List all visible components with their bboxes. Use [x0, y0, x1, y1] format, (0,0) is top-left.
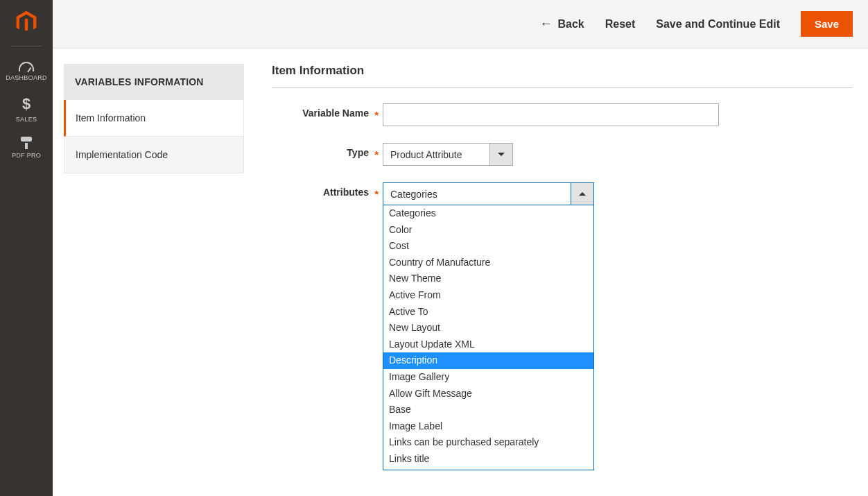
attributes-select-toggle[interactable]: [571, 182, 594, 205]
dropdown-option[interactable]: Allow Gift Message: [383, 386, 593, 402]
main-area: ← Back Reset Save and Continue Edit Save…: [53, 0, 868, 496]
sidebar-divider: [11, 46, 42, 46]
dropdown-option[interactable]: Image Gallery: [383, 369, 593, 386]
required-asterisk: *: [374, 109, 379, 121]
dropdown-option[interactable]: Cost: [383, 238, 593, 255]
dollar-icon: $: [22, 95, 31, 113]
admin-sidebar: DASHBOARD $ SALES PDF PRO: [0, 0, 53, 496]
sidebar-item-sales[interactable]: $ SALES: [0, 88, 53, 130]
label-attributes: Attributes *: [272, 182, 383, 198]
form-row-type: Type * Product Attribute: [272, 143, 853, 166]
page-header: ← Back Reset Save and Continue Edit Save: [53, 0, 868, 49]
reset-button[interactable]: Reset: [605, 18, 636, 31]
dropdown-option[interactable]: Categories: [383, 205, 593, 222]
magento-logo-icon: [14, 10, 39, 35]
form-area: Item Information Variable Name * Type *: [272, 64, 853, 222]
attributes-select-value: Categories: [383, 182, 571, 205]
form-row-attributes: Attributes * Categories CategoriesColorC…: [272, 182, 853, 205]
dropdown-option[interactable]: Links can be purchased separately: [383, 434, 593, 451]
back-button[interactable]: ← Back: [539, 17, 584, 31]
dropdown-option[interactable]: Description: [383, 352, 593, 369]
gauge-icon: [19, 62, 34, 71]
chevron-up-icon: [579, 192, 586, 196]
dropdown-option[interactable]: Links title: [383, 451, 593, 468]
sidebar-item-label: DASHBOARD: [6, 74, 47, 81]
attributes-dropdown-list[interactable]: CategoriesColorCostCountry of Manufactur…: [383, 205, 594, 470]
attributes-select[interactable]: Categories: [383, 182, 594, 205]
dropdown-option[interactable]: Base: [383, 402, 593, 418]
sidebar-item-label: PDF PRO: [12, 152, 41, 159]
section-title: Item Information: [272, 64, 853, 88]
variable-name-input[interactable]: [383, 103, 719, 126]
dropdown-option[interactable]: Layout Update XML: [383, 336, 593, 353]
sidebar-item-label: SALES: [16, 116, 37, 123]
magento-logo[interactable]: [12, 8, 40, 36]
tabs-panel: VARIABLES INFORMATION Item Information I…: [64, 64, 244, 222]
tab-implementation-code[interactable]: Implementation Code: [64, 137, 244, 173]
save-button-label: Save: [815, 18, 839, 30]
dropdown-option[interactable]: Active To: [383, 304, 593, 320]
dropdown-option[interactable]: New Layout: [383, 320, 593, 336]
back-button-label: Back: [557, 18, 584, 31]
save-continue-label: Save and Continue Edit: [656, 18, 780, 31]
label-type: Type *: [272, 143, 383, 158]
dropdown-option[interactable]: Color: [383, 222, 593, 239]
tab-label: Implementation Code: [76, 149, 168, 160]
paint-roller-icon: [19, 137, 33, 149]
tab-label: Item Information: [76, 112, 146, 123]
content-area: VARIABLES INFORMATION Item Information I…: [53, 49, 868, 222]
chevron-down-icon: [498, 153, 505, 156]
sidebar-item-pdfpro[interactable]: PDF PRO: [0, 130, 53, 166]
sidebar-item-dashboard[interactable]: DASHBOARD: [0, 55, 53, 88]
required-asterisk: *: [374, 188, 379, 200]
dropdown-option[interactable]: Manufacturer: [383, 468, 593, 471]
type-select-value: Product Attribute: [383, 143, 490, 166]
type-select-toggle[interactable]: [490, 143, 513, 166]
save-continue-button[interactable]: Save and Continue Edit: [656, 18, 780, 31]
dropdown-option[interactable]: Country of Manufacture: [383, 255, 593, 271]
dropdown-option[interactable]: New Theme: [383, 271, 593, 287]
dropdown-option[interactable]: Active From: [383, 287, 593, 304]
reset-button-label: Reset: [605, 18, 636, 31]
form-row-variable-name: Variable Name *: [272, 103, 853, 126]
required-asterisk: *: [374, 148, 379, 160]
type-select[interactable]: Product Attribute: [383, 143, 513, 166]
tabs-panel-title: VARIABLES INFORMATION: [64, 64, 244, 100]
dropdown-option[interactable]: Image Label: [383, 418, 593, 435]
arrow-left-icon: ←: [539, 17, 552, 31]
label-variable-name: Variable Name *: [272, 103, 383, 119]
tab-item-information[interactable]: Item Information: [64, 100, 244, 137]
save-button[interactable]: Save: [801, 11, 853, 37]
